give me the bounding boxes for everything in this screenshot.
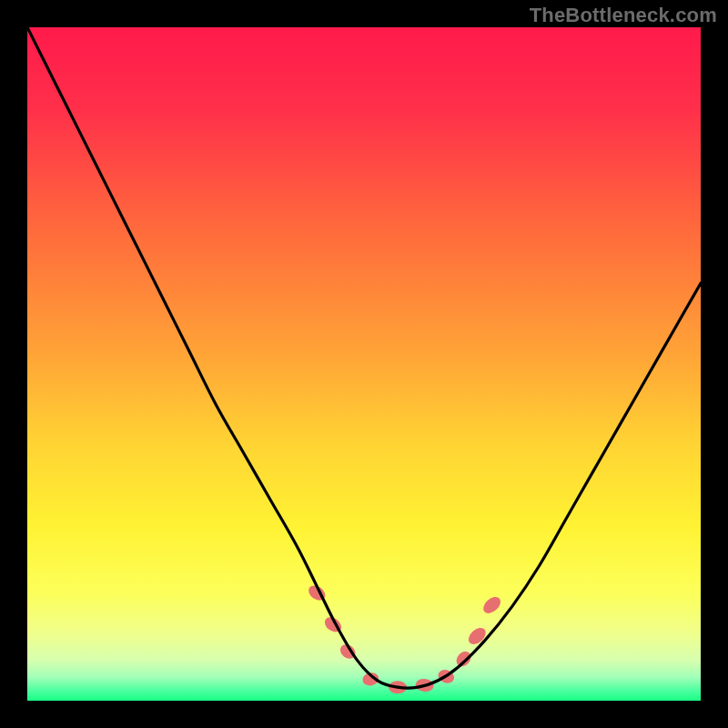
watermark-text: TheBottleneck.com <box>530 4 717 27</box>
marker-dot <box>480 593 504 616</box>
curve-layer <box>27 27 701 701</box>
marker-dot <box>465 624 489 647</box>
plot-area <box>27 27 701 701</box>
marker-dot <box>453 649 473 670</box>
chart-frame: TheBottleneck.com <box>0 0 728 728</box>
marker-dots <box>306 582 503 693</box>
bottleneck-curve <box>27 27 701 688</box>
